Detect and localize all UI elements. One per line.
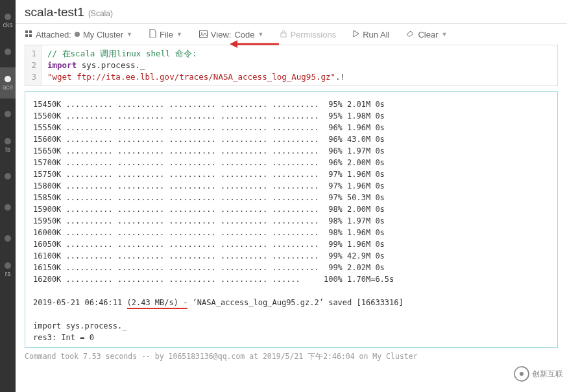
svg-rect-1 <box>29 30 32 33</box>
view-menu[interactable]: View: Code ▼ <box>199 30 264 40</box>
attached-icon <box>25 30 32 40</box>
svg-rect-6 <box>281 33 286 37</box>
status-dot-icon <box>75 32 80 37</box>
run-all-button[interactable]: Run All <box>353 30 389 40</box>
svg-rect-4 <box>199 30 207 37</box>
lock-icon <box>280 30 287 40</box>
watermark-logo-icon <box>514 366 529 382</box>
file-menu[interactable]: File ▼ <box>149 29 182 40</box>
chevron-down-icon: ▼ <box>176 31 182 38</box>
clear-menu[interactable]: Clear ▼ <box>406 30 447 40</box>
watermark: 创新互联 <box>514 366 563 382</box>
code-content[interactable]: // 在scala 调用linux shell 命令:import sys.pr… <box>42 45 557 86</box>
attached-menu[interactable]: Attached: My Cluster ▼ <box>25 30 132 40</box>
rate-underlined: (2.43 MB/s) - <box>127 298 188 309</box>
svg-point-9 <box>520 372 524 376</box>
eraser-icon <box>406 30 415 40</box>
svg-rect-3 <box>29 34 32 37</box>
chevron-down-icon: ▼ <box>258 31 264 38</box>
notebook-title-row: scala-test1 (Scala) <box>16 0 567 23</box>
toolbar: Attached: My Cluster ▼ File ▼ View: Code… <box>16 24 567 45</box>
play-icon <box>353 30 359 40</box>
cell-output: 15450K .......... .......... .......... … <box>25 91 558 348</box>
summary-line: 2019-05-21 06:46:11 (2.43 MB/s) - ‘NASA_… <box>33 297 549 308</box>
command-footer: Command took 7.53 seconds -- by 10651831… <box>16 348 567 364</box>
permissions-button: Permissions <box>280 30 336 40</box>
svg-point-5 <box>201 32 202 34</box>
svg-rect-0 <box>25 30 28 33</box>
svg-rect-2 <box>25 34 28 37</box>
notebook-lang: (Scala) <box>88 9 113 18</box>
chevron-down-icon: ▼ <box>127 31 132 38</box>
line-gutter: 123 <box>25 45 42 86</box>
notebook-name[interactable]: scala-test1 <box>25 5 84 19</box>
chevron-down-icon: ▼ <box>442 31 448 38</box>
left-nav[interactable]: cks ace ts rs <box>0 0 16 392</box>
file-icon <box>149 29 156 40</box>
image-icon <box>199 30 208 40</box>
code-cell[interactable]: 123 // 在scala 调用linux shell 命令:import sy… <box>25 45 558 86</box>
